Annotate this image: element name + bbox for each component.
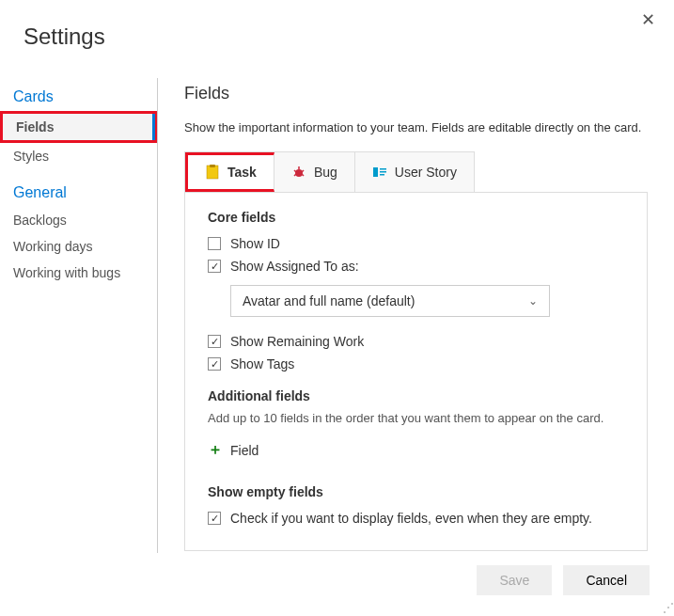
chevron-down-icon: ⌄ bbox=[528, 294, 538, 308]
svg-rect-1 bbox=[210, 165, 215, 167]
close-icon[interactable]: ✕ bbox=[641, 9, 655, 30]
checkbox-icon[interactable] bbox=[208, 237, 221, 250]
content-panel: Fields Show the important information to… bbox=[158, 78, 674, 553]
checkbox-icon[interactable] bbox=[208, 260, 221, 273]
save-button[interactable]: Save bbox=[477, 565, 552, 595]
content-heading: Fields bbox=[184, 84, 648, 103]
cancel-button[interactable]: Cancel bbox=[563, 565, 650, 595]
fields-tabs: Task Bug User Story bbox=[184, 151, 475, 192]
fields-panel: Core fields Show ID Show Assigned To as:… bbox=[184, 192, 648, 551]
sidebar-item-backlogs[interactable]: Backlogs bbox=[0, 207, 157, 233]
sidebar-section-cards: Cards bbox=[0, 83, 157, 111]
show-id-row[interactable]: Show ID bbox=[208, 232, 624, 255]
svg-rect-9 bbox=[380, 168, 386, 170]
svg-point-2 bbox=[295, 169, 303, 177]
additional-fields-label: Additional fields bbox=[208, 388, 624, 403]
task-icon bbox=[205, 165, 220, 180]
svg-rect-8 bbox=[373, 167, 378, 177]
checkbox-icon[interactable] bbox=[208, 357, 221, 371]
bug-icon bbox=[291, 165, 306, 180]
tab-label: Bug bbox=[314, 165, 337, 180]
sidebar-item-label: Styles bbox=[13, 149, 49, 164]
tab-label: Task bbox=[227, 165, 257, 180]
checkbox-label: Show Tags bbox=[230, 356, 294, 371]
user-story-icon bbox=[372, 165, 387, 180]
core-fields-label: Core fields bbox=[208, 210, 624, 225]
sidebar-item-styles[interactable]: Styles bbox=[0, 143, 157, 169]
sidebar-item-label: Working with bugs bbox=[13, 265, 120, 280]
checkbox-icon[interactable] bbox=[208, 512, 221, 525]
sidebar-item-label: Backlogs bbox=[13, 213, 67, 228]
svg-rect-11 bbox=[380, 174, 384, 176]
sidebar-item-label: Fields bbox=[16, 119, 54, 134]
tab-bug[interactable]: Bug bbox=[274, 152, 355, 192]
tab-user-story[interactable]: User Story bbox=[355, 152, 474, 192]
sidebar-item-working-days[interactable]: Working days bbox=[0, 233, 157, 260]
checkbox-label: Show Remaining Work bbox=[230, 334, 364, 349]
show-remaining-row[interactable]: Show Remaining Work bbox=[208, 330, 624, 353]
add-field-label: Field bbox=[230, 443, 259, 458]
settings-sidebar: Cards Fields Styles General Backlogs Wor… bbox=[0, 78, 158, 553]
sidebar-item-label: Working days bbox=[13, 239, 93, 254]
checkbox-label: Show ID bbox=[230, 236, 280, 251]
sidebar-section-general: General bbox=[0, 179, 157, 207]
svg-line-4 bbox=[294, 170, 296, 172]
empty-fields-row[interactable]: Check if you want to display fields, eve… bbox=[208, 507, 624, 529]
assigned-to-select[interactable]: Avatar and full name (default) ⌄ bbox=[230, 285, 550, 317]
svg-line-7 bbox=[302, 174, 304, 176]
svg-line-6 bbox=[294, 174, 296, 176]
sidebar-item-working-bugs[interactable]: Working with bugs bbox=[0, 260, 157, 286]
checkbox-label: Check if you want to display fields, eve… bbox=[230, 511, 592, 526]
add-field-button[interactable]: ＋ Field bbox=[208, 436, 259, 464]
svg-rect-10 bbox=[380, 171, 386, 173]
tab-task[interactable]: Task bbox=[185, 152, 274, 192]
tab-label: User Story bbox=[395, 165, 457, 180]
svg-line-5 bbox=[302, 170, 304, 172]
plus-icon: ＋ bbox=[208, 440, 223, 460]
dialog-footer: Save Cancel bbox=[477, 565, 650, 595]
content-description: Show the important information to your t… bbox=[184, 120, 648, 134]
sidebar-item-fields[interactable]: Fields bbox=[0, 111, 157, 143]
select-value: Avatar and full name (default) bbox=[243, 293, 415, 308]
show-assigned-row[interactable]: Show Assigned To as: bbox=[208, 255, 624, 277]
resize-grip-icon[interactable]: ⋰ bbox=[663, 601, 672, 614]
empty-fields-label: Show empty fields bbox=[208, 484, 624, 499]
show-tags-row[interactable]: Show Tags bbox=[208, 353, 624, 375]
checkbox-label: Show Assigned To as: bbox=[230, 259, 359, 274]
svg-rect-0 bbox=[207, 166, 218, 179]
checkbox-icon[interactable] bbox=[208, 335, 221, 348]
page-title: Settings bbox=[24, 24, 674, 50]
additional-fields-desc: Add up to 10 fields in the order that yo… bbox=[208, 411, 624, 425]
